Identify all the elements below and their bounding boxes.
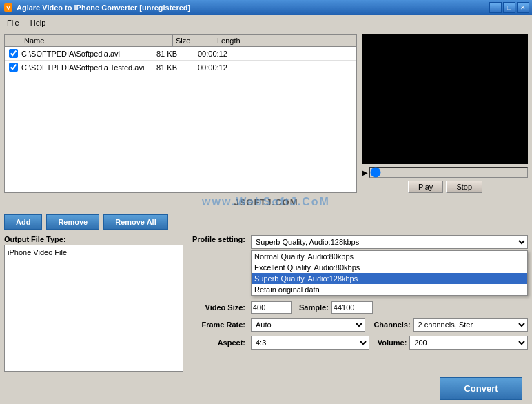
row-filename: C:\SOFTPEDIA\Softpedia.avi <box>21 50 156 58</box>
dropdown-item-excellent[interactable]: Excellent Quality, Audio:80kbps <box>252 262 527 273</box>
framerate-label: Frame Rate: <box>189 321 251 329</box>
close-button[interactable]: ✕ <box>517 2 529 13</box>
dropdown-item-retain[interactable]: Retain original data <box>252 284 527 295</box>
video-size-label: Video Size: <box>189 303 251 312</box>
sample-value-input[interactable] <box>331 301 373 314</box>
video-buttons: Play Stop <box>362 181 528 193</box>
output-label: Output File Type: <box>4 235 183 243</box>
row-filename: C:\SOFTPEDIA\Softpedia Tested.avi <box>21 63 156 72</box>
top-section: Name Size Length C:\SOFTPEDIA\Softpedia.… <box>4 34 528 193</box>
convert-btn-row: Convert <box>4 377 528 400</box>
watermark-overlay: www.WebSoftJ.CoM <box>202 196 330 208</box>
row-checkbox[interactable] <box>5 63 21 72</box>
file-list-panel: Name Size Length C:\SOFTPEDIA\Softpedia.… <box>4 34 357 193</box>
volume-label: Volume: <box>378 339 407 347</box>
row-length: 00:00:12 <box>198 50 253 58</box>
video-size-row: Video Size: Sample: <box>189 301 528 314</box>
output-list-item[interactable]: iPhone Video File <box>8 248 180 256</box>
watermark-area: JSOFTJ.COM www.WebSoftJ.CoM <box>4 197 528 208</box>
title-bar: V Aglare Video to iPhone Converter [unre… <box>0 0 532 15</box>
profile-select[interactable]: Normal Quality, Audio:80kbps Excellent Q… <box>251 235 528 249</box>
row-size: 81 KB <box>156 63 198 72</box>
minimize-button[interactable]: — <box>489 2 502 13</box>
window-title: Aglare Video to iPhone Converter [unregi… <box>17 3 489 12</box>
bottom-section: Output File Type: iPhone Video File Prof… <box>4 235 528 374</box>
volume-select[interactable]: 200100150300 <box>409 336 528 350</box>
table-row[interactable]: C:\SOFTPEDIA\Softpedia.avi 81 KB 00:00:1… <box>5 47 356 61</box>
convert-button[interactable]: Convert <box>440 377 522 400</box>
slider-start-icon: ▶ <box>362 169 368 176</box>
main-container: Name Size Length C:\SOFTPEDIA\Softpedia.… <box>0 30 532 404</box>
play-button[interactable]: Play <box>408 181 443 193</box>
video-slider-row: ▶ <box>362 167 528 178</box>
dropdown-item-superb[interactable]: Superb Quality, Audio:128kbps <box>252 273 527 284</box>
checkbox-0[interactable] <box>9 49 18 58</box>
video-controls: ▶ Play Stop <box>362 167 528 193</box>
col-header-length: Length <box>214 35 269 46</box>
app-icon: V <box>3 2 14 13</box>
profile-dropdown: Normal Quality, Audio:80kbps Excellent Q… <box>251 250 528 296</box>
sample-label: Sample: <box>299 303 329 312</box>
dropdown-item-normal[interactable]: Normal Quality, Audio:80kbps <box>252 251 527 262</box>
remove-all-button[interactable]: Remove All <box>103 214 168 230</box>
menu-bar: File Help <box>0 15 532 30</box>
window-controls: — □ ✕ <box>489 2 529 13</box>
profile-control: Normal Quality, Audio:80kbps Excellent Q… <box>251 235 528 249</box>
row-checkbox[interactable] <box>5 49 21 58</box>
aspect-select[interactable]: 4:316:9Original <box>251 336 369 350</box>
row-size: 81 KB <box>156 50 198 58</box>
col-header-size: Size <box>173 35 214 46</box>
remove-button[interactable]: Remove <box>46 214 99 230</box>
video-size-input[interactable] <box>251 301 292 314</box>
channels-label: Channels: <box>374 321 410 329</box>
framerate-channels-row: Frame Rate: Auto15242530 Channels: 2 cha… <box>189 318 528 332</box>
aspect-volume-row: Aspect: 4:316:9Original Volume: 20010015… <box>189 336 528 350</box>
profile-label: Profile setting: <box>189 235 251 243</box>
menu-help[interactable]: Help <box>25 17 52 28</box>
video-timeline-slider[interactable] <box>369 167 528 178</box>
framerate-select[interactable]: Auto15242530 <box>251 318 365 332</box>
checkbox-1[interactable] <box>9 63 18 72</box>
output-panel: Output File Type: iPhone Video File <box>4 235 183 374</box>
aspect-label: Aspect: <box>189 339 251 347</box>
row-length: 00:00:12 <box>198 63 253 72</box>
file-list-body: C:\SOFTPEDIA\Softpedia.avi 81 KB 00:00:1… <box>5 47 356 192</box>
add-button[interactable]: Add <box>4 214 42 230</box>
stop-button[interactable]: Stop <box>446 181 482 193</box>
action-buttons: Add Remove Remove All <box>4 212 528 232</box>
profile-setting-row: Profile setting: Normal Quality, Audio:8… <box>189 235 528 249</box>
channels-select[interactable]: 2 channels, Ster1 channel, Mono <box>413 318 528 332</box>
video-preview-panel: ▶ Play Stop <box>362 34 528 193</box>
maximize-button[interactable]: □ <box>503 2 515 13</box>
menu-file[interactable]: File <box>1 17 25 28</box>
table-row[interactable]: C:\SOFTPEDIA\Softpedia Tested.avi 81 KB … <box>5 61 356 74</box>
svg-text:V: V <box>6 5 10 11</box>
col-header-name: Name <box>21 35 173 46</box>
file-list-header: Name Size Length <box>5 35 356 47</box>
output-list: iPhone Video File <box>4 245 183 372</box>
settings-panel: Profile setting: Normal Quality, Audio:8… <box>189 235 528 374</box>
video-screen <box>362 34 528 164</box>
